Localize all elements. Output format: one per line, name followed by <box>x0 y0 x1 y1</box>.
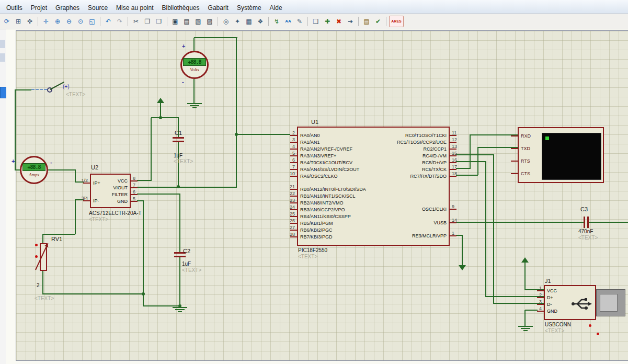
power-terminal-icon[interactable] <box>157 98 164 103</box>
wire-segment[interactable] <box>462 235 463 265</box>
schematic-canvas[interactable]: +88.8 Volts + - +88.8 Amps + - (+) <TEXT… <box>6 29 628 364</box>
menu-graphes[interactable]: Graphes <box>51 3 84 13</box>
refresh-icon[interactable]: ⟳ <box>2 16 12 27</box>
redo-icon[interactable]: ↷ <box>115 16 125 27</box>
toolbar-separator[interactable] <box>218 17 218 26</box>
paste-icon[interactable]: ❒ <box>154 16 164 27</box>
toolbar-separator[interactable] <box>167 17 167 26</box>
toolbar-separator[interactable] <box>128 17 128 26</box>
wire-segment[interactable] <box>589 222 628 223</box>
menu-mise-au-point[interactable]: Mise au point <box>112 3 157 13</box>
menu-gabarit[interactable]: Gabarit <box>204 3 233 13</box>
block-move-icon[interactable]: ▤ <box>181 16 192 27</box>
find-icon[interactable]: AA <box>283 16 293 27</box>
origin-icon[interactable]: ✜ <box>25 16 35 27</box>
ground-symbol[interactable] <box>173 307 187 313</box>
undo-icon[interactable]: ↶ <box>103 16 113 27</box>
toolbar-separator[interactable] <box>268 17 269 26</box>
wire-segment[interactable] <box>15 89 31 90</box>
pick-device-icon[interactable]: ◎ <box>221 16 231 27</box>
wire-junction[interactable] <box>159 116 162 119</box>
decompose-icon[interactable]: ❖ <box>255 16 266 27</box>
capacitor-c3[interactable] <box>584 217 585 228</box>
pan-icon[interactable]: ✛ <box>41 16 51 27</box>
wire-segment[interactable] <box>493 155 494 303</box>
wire-segment[interactable] <box>143 305 180 306</box>
zoom-in-icon[interactable]: ⊕ <box>52 16 63 27</box>
menu-aide[interactable]: Aide <box>266 3 287 13</box>
component-u2[interactable]: 1/2 IP+ 3/4 IP- 8 <box>90 174 131 208</box>
mode-button-fragment[interactable] <box>0 53 5 62</box>
menu-source[interactable]: Source <box>84 3 112 13</box>
wire-segment[interactable] <box>42 271 43 294</box>
component-virtual-terminal[interactable]: RXD TXD RTS <box>518 127 604 183</box>
toolbar-separator[interactable] <box>38 17 38 26</box>
toolbar-separator[interactable] <box>307 17 308 26</box>
wire-segment[interactable] <box>151 117 179 118</box>
capacitor-c1[interactable] <box>173 137 184 139</box>
zoom-all-icon[interactable]: ⊙ <box>75 16 86 27</box>
cut-icon[interactable]: ✂ <box>131 16 141 27</box>
wire-segment[interactable] <box>75 200 76 234</box>
power-terminal-icon[interactable] <box>521 257 529 263</box>
wire-junction[interactable] <box>177 185 180 188</box>
ground-symbol[interactable] <box>518 326 533 332</box>
new-sheet-icon[interactable]: ❑ <box>311 16 321 27</box>
wire-segment[interactable] <box>137 187 237 188</box>
capacitor-c3[interactable] <box>587 217 589 228</box>
block-rotate-icon[interactable]: ▧ <box>193 16 203 27</box>
zoom-area-icon[interactable]: ◱ <box>87 16 97 27</box>
toolbar-separator[interactable] <box>358 17 359 26</box>
menu-bibliotheques[interactable]: Bibliothèques <box>157 3 203 13</box>
capacitor-c2[interactable] <box>174 256 186 257</box>
block-copy-icon[interactable]: ▣ <box>170 16 180 27</box>
copy-icon[interactable]: ❐ <box>142 16 153 27</box>
wire-segment[interactable] <box>48 169 76 170</box>
voltmeter[interactable]: +88.8 Volts <box>180 51 209 79</box>
wire-segment[interactable] <box>179 194 180 252</box>
component-switch[interactable] <box>30 82 67 97</box>
wire-segment[interactable] <box>236 38 237 187</box>
wire-segment[interactable] <box>470 135 471 168</box>
wire-junction[interactable] <box>235 133 238 136</box>
wire-segment[interactable] <box>151 118 152 180</box>
delete-sheet-icon[interactable]: ✖ <box>334 16 344 27</box>
packaging-tool-icon[interactable]: ▦ <box>244 16 254 27</box>
goto-sheet-icon[interactable]: ➔ <box>345 16 356 27</box>
wire-segment[interactable] <box>456 222 584 223</box>
wire-segment[interactable] <box>194 37 237 38</box>
wire-segment[interactable] <box>160 103 161 118</box>
menu-projet[interactable]: Projet <box>27 3 51 13</box>
menu-outils[interactable]: Outils <box>2 3 27 13</box>
mode-button-fragment[interactable] <box>0 40 5 48</box>
wire-junction[interactable] <box>142 292 145 295</box>
component-u1[interactable]: 2 RA0/AN0 3 RA1/AN1 4 RA2/ <box>297 127 450 246</box>
wire-segment[interactable] <box>15 169 20 170</box>
ammeter[interactable]: +88.8 Amps <box>20 156 48 184</box>
component-j1[interactable]: 1 VCC 2 D+ 3 D- <box>544 285 596 320</box>
wire-segment[interactable] <box>179 257 180 307</box>
make-device-icon[interactable]: ✦ <box>232 16 243 27</box>
design-explorer-icon[interactable]: ▤ <box>361 16 372 27</box>
wire-segment[interactable] <box>524 310 526 326</box>
wire-segment[interactable] <box>143 201 144 306</box>
wire-autorouter-icon[interactable]: ↯ <box>271 16 282 27</box>
wire-segment[interactable] <box>42 293 144 294</box>
toolbar-separator[interactable] <box>386 17 386 26</box>
ground-terminal-icon[interactable] <box>459 265 466 270</box>
toolbar-separator[interactable] <box>100 17 100 26</box>
component-rv1[interactable] <box>40 243 47 271</box>
zoom-out-icon[interactable]: ⊖ <box>64 16 74 27</box>
usb-plug-graphic[interactable] <box>596 289 625 316</box>
block-delete-icon[interactable]: ▨ <box>204 16 215 27</box>
wire-segment[interactable] <box>524 263 526 290</box>
wire-segment[interactable] <box>485 162 486 297</box>
wire-segment[interactable] <box>193 79 195 104</box>
grid-icon[interactable]: ⊞ <box>13 16 24 27</box>
wire-segment[interactable] <box>42 234 75 235</box>
menu-systeme[interactable]: Système <box>233 3 266 13</box>
property-assignment-icon[interactable]: ✎ <box>294 16 305 27</box>
add-sheet-icon[interactable]: ✚ <box>322 16 333 27</box>
ares-icon[interactable]: ARES <box>389 16 404 27</box>
capacitor-c1[interactable] <box>173 141 184 142</box>
